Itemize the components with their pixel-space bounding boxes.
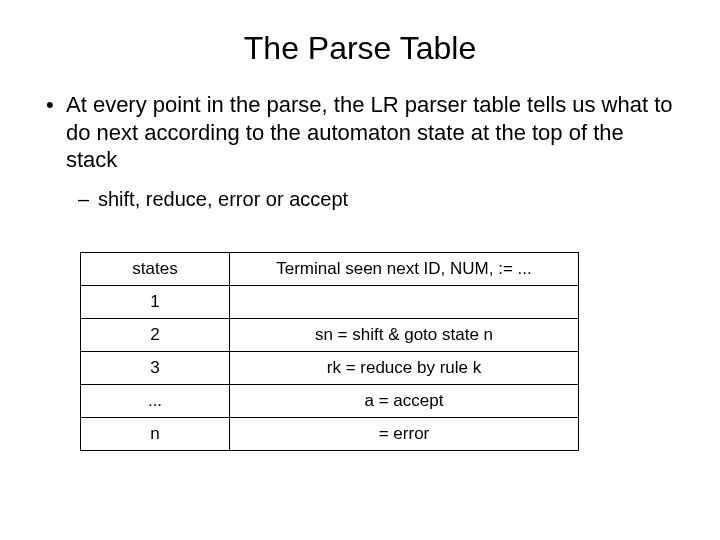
header-terminal: Terminal seen next ID, NUM, := ...: [230, 252, 579, 285]
parse-table: states Terminal seen next ID, NUM, := ..…: [80, 252, 579, 451]
cell-state: ...: [81, 384, 230, 417]
cell-state: 2: [81, 318, 230, 351]
slide: The Parse Table At every point in the pa…: [0, 0, 720, 451]
cell-state: n: [81, 417, 230, 450]
page-title: The Parse Table: [40, 30, 680, 67]
table-header-row: states Terminal seen next ID, NUM, := ..…: [81, 252, 579, 285]
table-row: ... a = accept: [81, 384, 579, 417]
bullet-level2: shift, reduce, error or accept: [40, 186, 680, 212]
table-row: 1: [81, 285, 579, 318]
table-row: 2 sn = shift & goto state n: [81, 318, 579, 351]
cell-state: 3: [81, 351, 230, 384]
cell-action: rk = reduce by rule k: [230, 351, 579, 384]
cell-action: = error: [230, 417, 579, 450]
table-row: n = error: [81, 417, 579, 450]
cell-action: [230, 285, 579, 318]
bullet-level1: At every point in the parse, the LR pars…: [40, 91, 680, 174]
table-row: 3 rk = reduce by rule k: [81, 351, 579, 384]
header-states: states: [81, 252, 230, 285]
cell-action: a = accept: [230, 384, 579, 417]
cell-state: 1: [81, 285, 230, 318]
cell-action: sn = shift & goto state n: [230, 318, 579, 351]
